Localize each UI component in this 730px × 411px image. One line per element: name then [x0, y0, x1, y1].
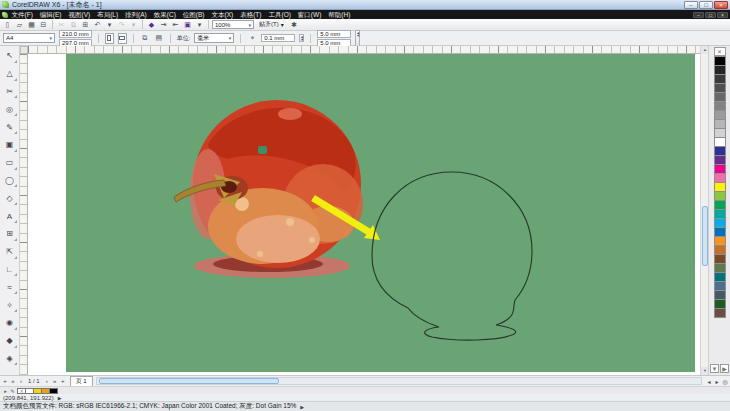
nudge-stepper[interactable]: ▲▼	[299, 34, 304, 42]
duplicate-stepper[interactable]: ▲▼	[355, 30, 360, 47]
options-icon[interactable]: ✱	[289, 20, 300, 30]
palette-flyout-button[interactable]: ▶	[720, 364, 729, 373]
page-tab-1[interactable]: 页 1	[70, 376, 93, 386]
cut-icon[interactable]: ✂	[56, 20, 67, 30]
freehand-tool[interactable]: ✎	[2, 118, 18, 136]
pick-tool[interactable]: ↖	[2, 47, 18, 65]
smart-fill-tool[interactable]: ▣	[2, 136, 18, 154]
menu-bar: 文件(F)编辑(E)视图(V)布局(L)排列(A)效果(C)位图(B)文本(X)…	[0, 10, 730, 19]
prev-page-button[interactable]: ‹	[17, 377, 25, 386]
scroll-left-button[interactable]: ◂	[705, 377, 713, 386]
menu-arrange[interactable]: 排列(A)	[122, 10, 151, 19]
horizontal-ruler[interactable]	[28, 46, 700, 54]
toolbox: ↖△✂◎✎▣▭◯◇A⊞⇱∟≈✧◉◆◈	[0, 46, 20, 375]
page-background	[66, 54, 695, 372]
nudge-offset-field[interactable]: 0.1 mm	[261, 34, 295, 42]
scroll-right-button[interactable]: ▸	[713, 377, 721, 386]
menu-file[interactable]: 文件(F)	[8, 10, 36, 19]
docpalette-flyout-icon[interactable]: ▸	[2, 387, 9, 394]
import-icon[interactable]: ⇥	[158, 20, 169, 30]
portrait-button[interactable]	[105, 33, 114, 44]
crop-tool[interactable]: ✂	[2, 83, 18, 101]
interactive-fill-tool[interactable]: ◈	[2, 350, 18, 368]
undo-dropdown-icon[interactable]: ▾	[104, 20, 115, 30]
export-icon[interactable]: ⇤	[170, 20, 181, 30]
units-combo[interactable]: 毫米 ▾	[194, 33, 234, 43]
add-page-button-end[interactable]: +	[59, 377, 67, 386]
add-page-button[interactable]: +	[1, 377, 9, 386]
drawing-canvas[interactable]	[28, 54, 700, 375]
first-page-button[interactable]: «	[9, 377, 17, 386]
doc-close-button[interactable]: ×	[717, 12, 728, 18]
snap-to-button[interactable]: 贴齐(T) ▾	[255, 20, 288, 29]
duplicate-x-field[interactable]: 5.0 mm	[317, 30, 351, 38]
palette-swatch-28[interactable]	[714, 308, 726, 318]
blend-tool[interactable]: ≈	[2, 278, 18, 296]
menu-table[interactable]: 表格(T)	[237, 10, 265, 19]
status-flyout-icon[interactable]: ▶	[58, 395, 62, 401]
menu-effects[interactable]: 效果(C)	[150, 10, 179, 19]
zoom-level-combo[interactable]: 100% ▾	[212, 20, 254, 29]
print-icon[interactable]: ⊟	[38, 20, 49, 30]
text-tool[interactable]: A	[2, 207, 18, 225]
ellipse-tool[interactable]: ◯	[2, 172, 18, 190]
table-tool[interactable]: ⊞	[2, 225, 18, 243]
chevron-down-icon: ▾	[49, 35, 52, 41]
palette-scroll-down-button[interactable]: ▼	[710, 364, 719, 373]
menu-tools[interactable]: 工具(O)	[265, 10, 294, 19]
standard-toolbar: ▯▱▦⊟✂⧉⊞↶▾↷▾◆⇥⇤▣▾ 100% ▾ 贴齐(T) ▾ ✱	[0, 19, 730, 31]
status-bar-profile: 文档颜色预置文件: RGB: sRGB IEC61966-2.1; CMYK: …	[0, 401, 730, 411]
horizontal-scrollbar[interactable]	[96, 377, 702, 385]
menu-edit[interactable]: 编辑(E)	[36, 10, 65, 19]
minimize-button[interactable]: –	[684, 1, 698, 9]
vertical-scrollbar[interactable]: ▲ ▼	[700, 46, 708, 375]
menu-bitmaps[interactable]: 位图(B)	[179, 10, 208, 19]
redo-dropdown-icon[interactable]: ▾	[128, 20, 139, 30]
maximize-button[interactable]: □	[699, 1, 713, 9]
vertical-ruler[interactable]	[20, 54, 28, 375]
no-color-swatch[interactable]: ✕	[714, 47, 726, 56]
save-icon[interactable]: ▦	[26, 20, 37, 30]
welcome-screen-icon[interactable]: ◆	[146, 20, 157, 30]
docpalette-eyedropper-icon[interactable]: ✎	[9, 387, 16, 394]
open-icon[interactable]: ▱	[14, 20, 25, 30]
connector-tool[interactable]: ∟	[2, 261, 18, 279]
rectangle-tool[interactable]: ▭	[2, 154, 18, 172]
zoom-tool[interactable]: ◎	[2, 100, 18, 118]
landscape-button[interactable]	[118, 33, 127, 44]
application-launcher-icon[interactable]: ▣	[182, 20, 193, 30]
fill-tool[interactable]: ◆	[2, 332, 18, 350]
current-page-icon[interactable]: ▤	[154, 33, 164, 43]
last-page-button[interactable]: »	[51, 377, 59, 386]
launcher-dropdown-icon[interactable]: ▾	[194, 20, 205, 30]
profile-flyout-icon[interactable]: ▶	[300, 404, 304, 410]
horizontal-scroll-thumb[interactable]	[99, 378, 279, 384]
menu-window[interactable]: 窗口(W)	[294, 10, 324, 19]
polygon-tool[interactable]: ◇	[2, 189, 18, 207]
all-pages-icon[interactable]: ⧉	[140, 33, 150, 43]
menu-layout[interactable]: 布局(L)	[94, 10, 122, 19]
chevron-down-icon: ▾	[229, 35, 232, 41]
color-eyedropper-tool[interactable]: ✧	[2, 296, 18, 314]
undo-icon[interactable]: ↶	[92, 20, 103, 30]
doc-restore-button[interactable]: □	[705, 12, 716, 18]
new-document-icon[interactable]: ▯	[2, 20, 13, 30]
doc-swatch-4[interactable]	[49, 388, 58, 394]
ruler-origin[interactable]	[20, 46, 28, 54]
next-page-button[interactable]: ›	[43, 377, 51, 386]
paper-type-combo[interactable]: A4 ▾	[3, 33, 55, 43]
menu-help[interactable]: 帮助(H)	[325, 10, 354, 19]
menu-view[interactable]: 视图(V)	[65, 10, 94, 19]
artwork	[28, 54, 700, 375]
dimension-tool[interactable]: ⇱	[2, 243, 18, 261]
redo-icon[interactable]: ↷	[116, 20, 127, 30]
page-width-field[interactable]: 210.0 mm	[59, 30, 92, 38]
navigator-button[interactable]: ◎	[721, 377, 729, 386]
shape-tool[interactable]: △	[2, 65, 18, 83]
doc-minimize-button[interactable]: –	[693, 12, 704, 18]
paste-icon[interactable]: ⊞	[80, 20, 91, 30]
menu-text[interactable]: 文本(X)	[208, 10, 237, 19]
copy-icon[interactable]: ⧉	[68, 20, 79, 30]
close-button[interactable]: ×	[714, 1, 728, 9]
outline-pen-tool[interactable]: ◉	[2, 314, 18, 332]
